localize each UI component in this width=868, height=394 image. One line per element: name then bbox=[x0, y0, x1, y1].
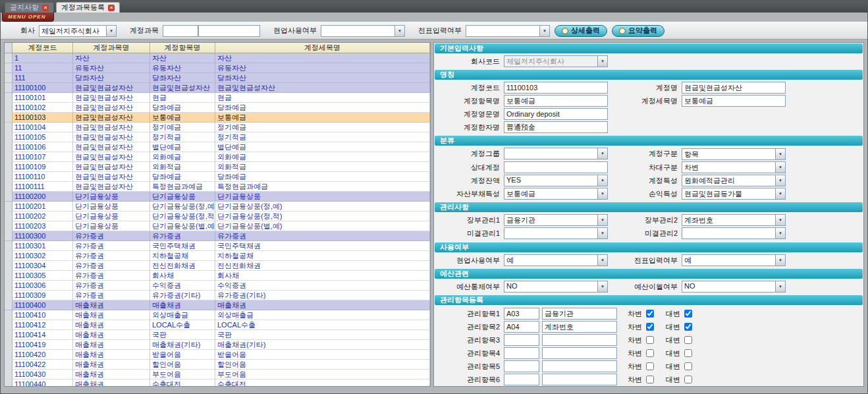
table-row[interactable]: 11100200단기금융상품단기금융상품단기금융상품 bbox=[5, 192, 430, 202]
asset-liability-attribute-combo[interactable]: 보통예금▼ bbox=[504, 188, 608, 200]
chevron-down-icon[interactable]: ▼ bbox=[775, 149, 785, 159]
table-row[interactable]: 11유동자산유동자산유동자산 bbox=[5, 63, 430, 73]
mgmt-item-1-code-input[interactable] bbox=[504, 308, 539, 320]
table-row[interactable]: 11100201단기금융상품단기금융상품(정,예)단기금융상품(정,예) bbox=[5, 202, 430, 211]
credit-checkbox[interactable] bbox=[684, 376, 692, 383]
menu-open-button[interactable]: MENU OPEN bbox=[2, 13, 54, 22]
mgmt-item-3-name-input[interactable] bbox=[542, 334, 617, 346]
chevron-down-icon[interactable]: ▼ bbox=[597, 215, 607, 225]
mgmt-item-5-code-input[interactable] bbox=[504, 360, 539, 372]
counter-account-input[interactable] bbox=[504, 161, 608, 173]
debit-checkbox[interactable] bbox=[646, 376, 654, 383]
table-row[interactable]: 111당좌자산당좌자산당좌자산 bbox=[5, 73, 430, 83]
chevron-down-icon[interactable]: ▼ bbox=[597, 255, 607, 266]
chevron-down-icon[interactable]: ▼ bbox=[539, 26, 549, 36]
column-header-name[interactable]: 계정과목명 bbox=[73, 43, 150, 53]
close-icon[interactable]: × bbox=[42, 5, 49, 11]
table-row[interactable]: 11100105현금및현금성자산정기적금정기적금 bbox=[5, 132, 430, 142]
mgmt-item-6-name-input[interactable] bbox=[542, 374, 617, 385]
mgmt-item-3-code-input[interactable] bbox=[504, 334, 539, 346]
account-attribute-combo[interactable]: 원화예적금관리▼ bbox=[682, 175, 786, 186]
account-code-filter-input[interactable] bbox=[163, 25, 198, 37]
chevron-down-icon[interactable]: ▼ bbox=[775, 281, 785, 292]
account-name-input[interactable] bbox=[682, 82, 786, 94]
chevron-down-icon[interactable]: ▼ bbox=[394, 26, 404, 36]
table-row[interactable]: 11100103현금및현금성자산보통예금보통예금 bbox=[5, 113, 430, 123]
chevron-down-icon[interactable]: ▼ bbox=[106, 26, 116, 36]
budget-control-yn-combo[interactable]: NO▼ bbox=[504, 281, 608, 293]
table-row[interactable]: 11100412매출채권LOCAL수출LOCAL수출 bbox=[5, 320, 430, 330]
table-row[interactable]: 11100422매출채권할인어음할인어음 bbox=[5, 360, 430, 370]
table-row[interactable]: 11100304유가증권전신전화채권전신전화채권 bbox=[5, 261, 430, 271]
tab-notice[interactable]: 공지사항 × bbox=[5, 2, 54, 13]
detail-print-button[interactable]: 상세출력 bbox=[555, 25, 607, 37]
table-row[interactable]: 11100100현금및현금성자산현금및현금성자산현금및현금성자산 bbox=[5, 83, 430, 93]
field-use-filter-combo[interactable]: ▼ bbox=[321, 25, 405, 37]
pending-manage-2-combo[interactable]: ▼ bbox=[682, 227, 786, 239]
chevron-down-icon[interactable]: ▼ bbox=[597, 228, 607, 239]
account-class-combo[interactable]: 항목▼ bbox=[682, 148, 786, 160]
table-row[interactable]: 11100302유가증권지하철공채지하철공채 bbox=[5, 251, 430, 261]
field-use-yn-combo[interactable]: 예▼ bbox=[504, 254, 608, 266]
mgmt-item-4-name-input[interactable] bbox=[542, 347, 617, 359]
slip-entry-filter-combo[interactable]: ▼ bbox=[466, 25, 550, 37]
mgmt-item-2-name-input[interactable] bbox=[542, 321, 617, 333]
account-balance-combo[interactable]: YES▼ bbox=[504, 175, 608, 186]
table-row[interactable]: 11100420매출채권받을어음받을어음 bbox=[5, 350, 430, 360]
chevron-down-icon[interactable]: ▼ bbox=[775, 188, 785, 199]
tab-account-registration[interactable]: 계정과목등록 × bbox=[56, 2, 120, 13]
table-row[interactable]: 11100306유가증권수익증권수익증권 bbox=[5, 281, 430, 291]
column-header-detail[interactable]: 계정세목명 bbox=[215, 43, 430, 53]
table-row[interactable]: 11100109현금및현금성자산외화적금외화적금 bbox=[5, 162, 430, 172]
table-row[interactable]: 11100400매출채권매출채권매출채권 bbox=[5, 300, 430, 310]
credit-checkbox[interactable] bbox=[684, 362, 692, 370]
company-filter-combo[interactable]: 제일저지주식회사 ▼ bbox=[39, 25, 117, 37]
credit-checkbox[interactable] bbox=[684, 336, 692, 344]
table-row[interactable]: 11100101현금및현금성자산현금현금 bbox=[5, 93, 430, 103]
debit-checkbox[interactable] bbox=[646, 323, 654, 331]
account-group-combo[interactable]: ▼ bbox=[504, 148, 608, 159]
chevron-down-icon[interactable]: ▼ bbox=[775, 175, 785, 186]
table-row[interactable]: 11100414매출채권국판국판 bbox=[5, 330, 430, 340]
column-header-code[interactable]: 계정코드 bbox=[13, 43, 73, 53]
table-row[interactable]: 11100419매출채권매출채권(기타)매출채권(기타) bbox=[5, 340, 430, 350]
debit-checkbox[interactable] bbox=[646, 310, 654, 318]
credit-checkbox[interactable] bbox=[684, 349, 692, 357]
table-row[interactable]: 11100300유가증권유가증권유가증권 bbox=[5, 231, 430, 241]
table-row[interactable]: 11100203단기금융상품단기금융상품(별,예)단기금융상품(별,예) bbox=[5, 221, 430, 231]
mgmt-item-5-name-input[interactable] bbox=[542, 360, 617, 372]
budget-carryover-yn-combo[interactable]: NO▼ bbox=[682, 281, 786, 293]
chevron-down-icon[interactable]: ▼ bbox=[597, 281, 607, 292]
debit-credit-class-combo[interactable]: 차변▼ bbox=[682, 161, 786, 173]
mgmt-item-6-code-input[interactable] bbox=[504, 374, 539, 385]
table-row[interactable]: 11100107현금및현금성자산외화예금외화예금 bbox=[5, 152, 430, 162]
column-header-item[interactable]: 계정항목명 bbox=[150, 43, 215, 53]
slip-entry-yn-combo[interactable]: 예▼ bbox=[682, 254, 786, 266]
chevron-down-icon[interactable]: ▼ bbox=[775, 215, 785, 225]
summary-print-button[interactable]: 요약출력 bbox=[612, 25, 665, 37]
account-name-filter-input[interactable] bbox=[198, 25, 260, 37]
debit-checkbox[interactable] bbox=[646, 336, 654, 344]
credit-checkbox[interactable] bbox=[684, 323, 692, 331]
book-manage-2-combo[interactable]: 계좌번호▼ bbox=[682, 214, 786, 226]
credit-checkbox[interactable] bbox=[684, 310, 692, 318]
table-row[interactable]: 11100430매출채권부도어음부도어음 bbox=[5, 370, 430, 380]
table-row[interactable]: 11100102현금및현금성자산당좌예금당좌예금 bbox=[5, 103, 430, 113]
mgmt-item-4-code-input[interactable] bbox=[504, 347, 539, 359]
account-code-input[interactable] bbox=[504, 82, 608, 94]
book-manage-1-combo[interactable]: 금융기관▼ bbox=[504, 214, 608, 226]
mgmt-item-1-name-input[interactable] bbox=[542, 308, 617, 320]
pending-manage-1-combo[interactable]: ▼ bbox=[504, 227, 608, 239]
account-item-name-input[interactable] bbox=[504, 95, 608, 107]
table-row[interactable]: 11100301유가증권국민주택채권국민주택채권 bbox=[5, 241, 430, 251]
table-row[interactable]: 11100104현금및현금성자산정기예금정기예금 bbox=[5, 123, 430, 132]
table-row[interactable]: 11100106현금및현금성자산별단예금별단예금 bbox=[5, 142, 430, 152]
chevron-down-icon[interactable]: ▼ bbox=[775, 228, 785, 239]
table-row[interactable]: 1자산자산자산 bbox=[5, 53, 430, 63]
table-row[interactable]: 11100111현금및현금성자산특정현금과예금특정현금과예금 bbox=[5, 182, 430, 192]
profit-loss-attribute-combo[interactable]: 현금및현금등가물▼ bbox=[682, 188, 786, 200]
mgmt-item-2-code-input[interactable] bbox=[504, 321, 539, 333]
chevron-down-icon[interactable]: ▼ bbox=[597, 175, 607, 186]
table-row[interactable]: 11100410매출채권외상매출금외상매출금 bbox=[5, 310, 430, 320]
chevron-down-icon[interactable]: ▼ bbox=[597, 188, 607, 199]
